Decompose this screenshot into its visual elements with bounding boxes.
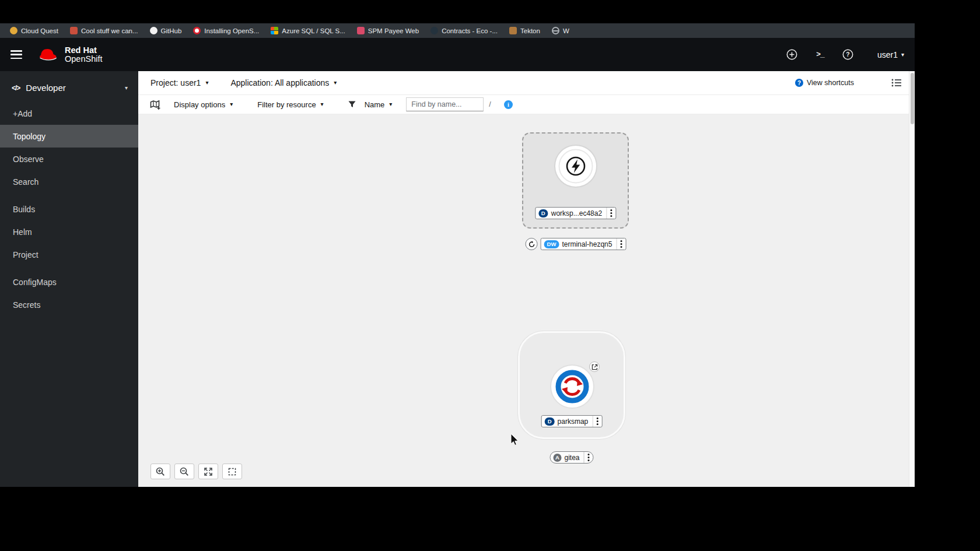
sidebar-item-search[interactable]: Search bbox=[0, 170, 138, 193]
sidebar-item-builds[interactable]: Builds bbox=[0, 198, 138, 220]
find-by-name-group: / bbox=[406, 97, 491, 111]
bookmark-cloud-quest[interactable]: Cloud Quest bbox=[5, 26, 64, 36]
brand-redhat-label: Red Hat bbox=[65, 46, 103, 55]
parksmap-node-label[interactable]: D parksmap bbox=[541, 415, 603, 427]
bookmark-label: Cool stuff we can... bbox=[81, 27, 138, 34]
bookmark-installing-openshift[interactable]: Installing OpenS... bbox=[188, 26, 264, 36]
web-terminal-icon[interactable]: >_ bbox=[813, 48, 827, 62]
find-by-name-input[interactable] bbox=[406, 97, 484, 111]
bookmark-favicon-contracts-icon bbox=[430, 27, 438, 34]
scrollbar-thumb[interactable] bbox=[911, 73, 914, 124]
parksmap-logo-icon bbox=[549, 363, 596, 410]
bookmark-favicon-azure-icon bbox=[271, 27, 278, 34]
sidebar-item-label: Secrets bbox=[13, 300, 40, 310]
view-shortcuts-label: View shortcuts bbox=[807, 79, 854, 87]
bookmark-azure-sql[interactable]: Azure SQL / SQL S... bbox=[265, 26, 350, 36]
zoom-in-button[interactable] bbox=[150, 464, 170, 479]
fullscreen-button[interactable] bbox=[222, 464, 242, 479]
application-dropdown[interactable]: Application: All applications ▾ bbox=[230, 78, 337, 87]
list-view-toggle-icon[interactable] bbox=[891, 78, 902, 87]
resource-badge-deployment: D bbox=[538, 209, 548, 217]
mouse-cursor bbox=[510, 434, 522, 447]
perspective-label: Developer bbox=[26, 83, 65, 93]
terminal-node-label[interactable]: DW terminal-hezqn5 bbox=[541, 238, 626, 250]
chevron-down-icon: ▾ bbox=[321, 101, 324, 107]
project-dropdown[interactable]: Project: user1 ▾ bbox=[150, 78, 208, 87]
chevron-down-icon: ▾ bbox=[205, 80, 208, 86]
masthead: Red Hat OpenShift >_ ? user1 ▾ bbox=[0, 38, 915, 71]
resource-badge-deployment: D bbox=[545, 417, 555, 426]
sidebar-nav: </> Developer ▾ +Add Topology Observe Se… bbox=[0, 71, 138, 487]
application-dropdown-label: Application: All applications bbox=[230, 78, 329, 87]
user-menu[interactable]: user1 ▾ bbox=[877, 50, 904, 59]
bookmark-favicon-globe-icon bbox=[552, 27, 559, 34]
bookmark-label: Cloud Quest bbox=[21, 27, 58, 34]
sidebar-item-observe[interactable]: Observe bbox=[0, 148, 138, 170]
bookmark-label: Installing OpenS... bbox=[204, 27, 259, 34]
svg-text:?: ? bbox=[846, 51, 850, 58]
devworkspace-node-label[interactable]: D worksp...ec48a2 bbox=[535, 207, 616, 219]
context-bar: Project: user1 ▾ Application: All applic… bbox=[138, 71, 909, 95]
bookmark-contracts[interactable]: Contracts - Eco -... bbox=[425, 26, 503, 36]
sidebar-item-project[interactable]: Project bbox=[0, 243, 138, 266]
bookmark-favicon-tekton-icon bbox=[509, 27, 517, 34]
sidebar-item-add[interactable]: +Add bbox=[0, 102, 138, 125]
bookmark-label: Tekton bbox=[520, 27, 540, 34]
view-shortcuts-link[interactable]: ? View shortcuts bbox=[795, 79, 854, 87]
bookmark-spm-payee[interactable]: SPM Payee Web bbox=[352, 26, 424, 36]
perspective-switcher[interactable]: </> Developer ▾ bbox=[0, 71, 138, 102]
filter-by-resource-dropdown[interactable]: Filter by resource ▾ bbox=[257, 100, 323, 109]
node-label-text: gitea bbox=[564, 454, 583, 462]
bookmark-favicon-openshift-icon bbox=[193, 27, 201, 34]
hamburger-menu-icon[interactable] bbox=[10, 50, 22, 59]
help-menu-icon[interactable]: ? bbox=[841, 48, 855, 62]
application-group[interactable]: D parksmap bbox=[518, 331, 625, 439]
bookmark-label: W bbox=[563, 27, 569, 34]
chevron-down-icon: ▾ bbox=[901, 52, 904, 58]
brand-openshift-label: OpenShift bbox=[65, 55, 103, 64]
sidebar-item-helm[interactable]: Helm bbox=[0, 220, 138, 243]
parksmap-node[interactable] bbox=[549, 363, 596, 410]
sidebar-item-label: ConfigMaps bbox=[13, 278, 57, 287]
devworkspace-node[interactable]: D worksp...ec48a2 bbox=[522, 132, 629, 229]
bookmarks-bar: Cloud Quest Cool stuff we can... GitHub … bbox=[0, 23, 915, 38]
terminal-node[interactable]: DW terminal-hezqn5 bbox=[526, 238, 626, 250]
kebab-menu-icon[interactable] bbox=[606, 208, 615, 219]
bookmark-w[interactable]: W bbox=[547, 26, 575, 36]
bookmark-favicon-github-icon bbox=[150, 27, 158, 34]
sidebar-item-secrets[interactable]: Secrets bbox=[0, 293, 138, 316]
bookmark-cool-stuff[interactable]: Cool stuff we can... bbox=[65, 26, 144, 36]
topology-canvas[interactable]: D worksp...ec48a2 DW terminal-hezqn5 bbox=[138, 114, 909, 487]
topology-map-icon[interactable] bbox=[150, 100, 161, 110]
info-icon[interactable]: i bbox=[504, 100, 513, 109]
sidebar-item-configmaps[interactable]: ConfigMaps bbox=[0, 271, 138, 293]
open-url-decorator-icon[interactable] bbox=[589, 362, 600, 372]
quick-create-icon[interactable] bbox=[785, 48, 799, 62]
masthead-actions: >_ ? user1 ▾ bbox=[785, 48, 904, 62]
devworkspace-bolt-icon bbox=[551, 142, 600, 191]
bookmark-github[interactable]: GitHub bbox=[145, 26, 187, 36]
zoom-out-button[interactable] bbox=[174, 464, 194, 479]
name-filter-dropdown[interactable]: Name ▾ bbox=[348, 100, 393, 109]
chevron-down-icon: ▾ bbox=[334, 80, 337, 86]
bookmark-label: GitHub bbox=[161, 27, 182, 34]
brand-logo[interactable]: Red Hat OpenShift bbox=[37, 46, 103, 64]
sidebar-item-topology[interactable]: Topology bbox=[0, 125, 138, 148]
gitea-application-label[interactable]: A gitea bbox=[550, 451, 593, 464]
bookmark-tekton[interactable]: Tekton bbox=[504, 26, 545, 36]
kebab-menu-icon[interactable] bbox=[616, 238, 625, 250]
restart-decorator-icon[interactable] bbox=[526, 238, 538, 250]
kebab-menu-icon[interactable] bbox=[584, 452, 593, 463]
display-options-dropdown[interactable]: Display options ▾ bbox=[174, 100, 233, 109]
code-icon: </> bbox=[12, 84, 20, 92]
sidebar-item-label: Topology bbox=[13, 132, 46, 141]
topology-toolbar: Display options ▾ Filter by resource ▾ N… bbox=[138, 95, 909, 114]
name-filter-label: Name bbox=[365, 100, 385, 109]
kebab-menu-icon[interactable] bbox=[592, 416, 601, 427]
brand-text: Red Hat OpenShift bbox=[65, 46, 103, 64]
scrollbar-track[interactable] bbox=[909, 71, 915, 487]
fit-to-screen-button[interactable] bbox=[198, 464, 218, 479]
node-label-text: terminal-hezqn5 bbox=[562, 240, 616, 248]
node-label-text: parksmap bbox=[558, 417, 593, 426]
bookmark-label: SPM Payee Web bbox=[368, 27, 419, 34]
